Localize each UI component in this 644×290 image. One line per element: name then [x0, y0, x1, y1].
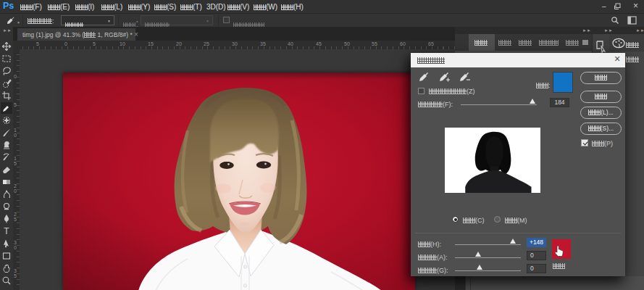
- svg-text:T: T: [4, 226, 9, 236]
